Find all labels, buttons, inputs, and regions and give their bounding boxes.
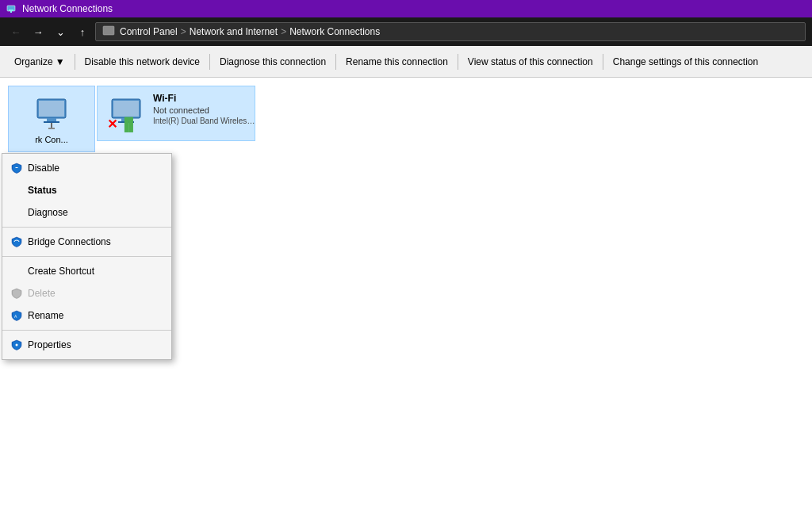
organize-chevron-icon: ▼ — [56, 56, 65, 67]
shield-bridge-icon — [10, 235, 23, 248]
wifi-text-area: Wi-Fi Not connected Intel(R) Dual Band W… — [153, 93, 256, 125]
shield-delete-icon — [10, 287, 23, 300]
wifi-adapter: Intel(R) Dual Band Wireless-AC 31... — [153, 117, 256, 125]
toolbar-separator-2 — [209, 54, 210, 70]
ctx-bridge[interactable]: Bridge Connections — [2, 231, 171, 253]
ctx-status-label: Status — [28, 185, 57, 196]
wifi-name: Wi-Fi — [153, 93, 256, 104]
path-network-internet[interactable]: Network and Internet — [190, 26, 278, 37]
ctx-diagnose[interactable]: Diagnose — [2, 201, 171, 224]
ctx-shortcut-label: Create Shortcut — [28, 266, 94, 277]
svg-rect-5 — [39, 101, 64, 117]
rename-button[interactable]: Rename this connection — [338, 46, 456, 77]
ethernet-icon-container — [33, 93, 71, 131]
shield-rename-icon: A — [10, 309, 23, 322]
ctx-rename[interactable]: A Rename — [2, 304, 171, 327]
ctx-sep-2 — [2, 256, 171, 257]
address-bar: ← → ⌄ ↑ Control Panel > Network and Inte… — [0, 17, 812, 46]
toolbar-separator-3 — [335, 54, 336, 70]
svg-rect-1 — [9, 10, 13, 11]
path-sep-2: > — [281, 26, 286, 37]
ethernet-item[interactable]: rk Con... — [8, 86, 95, 152]
title-bar: Network Connections — [0, 0, 812, 17]
ctx-create-shortcut[interactable]: Create Shortcut — [2, 260, 171, 282]
ctx-rename-label: Rename — [28, 310, 63, 321]
ethernet-label: rk Con... — [35, 134, 68, 145]
shield-properties-icon — [10, 339, 23, 351]
ctx-status[interactable]: Status — [2, 179, 171, 201]
up-button[interactable]: ↑ — [73, 22, 92, 41]
svg-rect-14 — [16, 167, 18, 168]
svg-rect-6 — [47, 118, 56, 121]
ctx-sep-3 — [2, 330, 171, 331]
ctx-properties[interactable]: Properties — [2, 334, 171, 356]
ctx-shortcut-icon-empty — [10, 265, 23, 277]
svg-rect-2 — [10, 11, 12, 13]
recent-button[interactable]: ⌄ — [51, 22, 70, 41]
ctx-properties-label: Properties — [28, 339, 71, 350]
shield-disable-icon — [10, 162, 23, 174]
wifi-item[interactable]: ✕ ▐▌ Wi-Fi Not connected Intel(R) Dual B… — [97, 86, 255, 141]
ctx-delete: Delete — [2, 282, 171, 304]
path-sep-1: > — [181, 26, 186, 37]
context-menu: Disable Status Diagnose Bridge Connectio… — [2, 153, 172, 360]
title-bar-icon — [6, 3, 17, 14]
forward-button[interactable]: → — [29, 22, 48, 41]
ctx-delete-label: Delete — [28, 288, 56, 299]
ctx-bridge-label: Bridge Connections — [28, 236, 111, 247]
ctx-diagnose-label: Diagnose — [28, 207, 68, 218]
content-area: rk Con... ✕ ▐▌ Wi-Fi Not connected Intel… — [0, 78, 812, 509]
diagnose-button[interactable]: Diagnose this connection — [212, 46, 334, 77]
toolbar: Organize ▼ Disable this network device D… — [0, 46, 812, 78]
view-status-button[interactable]: View status of this connection — [460, 46, 601, 77]
organize-button[interactable]: Organize ▼ — [6, 46, 73, 77]
change-settings-button[interactable]: Change settings of this connection — [605, 46, 766, 77]
no-connection-icon: ✕ — [107, 118, 117, 131]
svg-rect-7 — [44, 121, 59, 123]
ctx-sep-1 — [2, 227, 171, 228]
title-bar-title: Network Connections — [22, 3, 113, 14]
svg-rect-3 — [103, 26, 114, 35]
toolbar-separator-5 — [603, 54, 603, 70]
back-button[interactable]: ← — [6, 22, 25, 41]
signal-bars-icon: ▐▌ — [120, 118, 138, 131]
wifi-icon-area: ✕ ▐▌ — [107, 93, 145, 132]
wifi-status: Not connected — [153, 105, 256, 115]
ctx-status-icon-empty — [10, 184, 23, 197]
ctx-diagnose-icon-empty — [10, 206, 23, 219]
path-control-panel[interactable]: Control Panel — [120, 26, 178, 37]
svg-rect-11 — [113, 101, 139, 117]
address-path: Control Panel > Network and Internet > N… — [95, 22, 806, 41]
svg-rect-9 — [48, 128, 55, 129]
disable-button[interactable]: Disable this network device — [77, 46, 208, 77]
toolbar-separator-4 — [458, 54, 458, 70]
svg-point-16 — [16, 344, 18, 346]
path-network-connections[interactable]: Network Connections — [289, 26, 380, 37]
ctx-disable[interactable]: Disable — [2, 157, 171, 179]
ctx-disable-label: Disable — [28, 163, 59, 174]
toolbar-separator-1 — [75, 54, 75, 70]
